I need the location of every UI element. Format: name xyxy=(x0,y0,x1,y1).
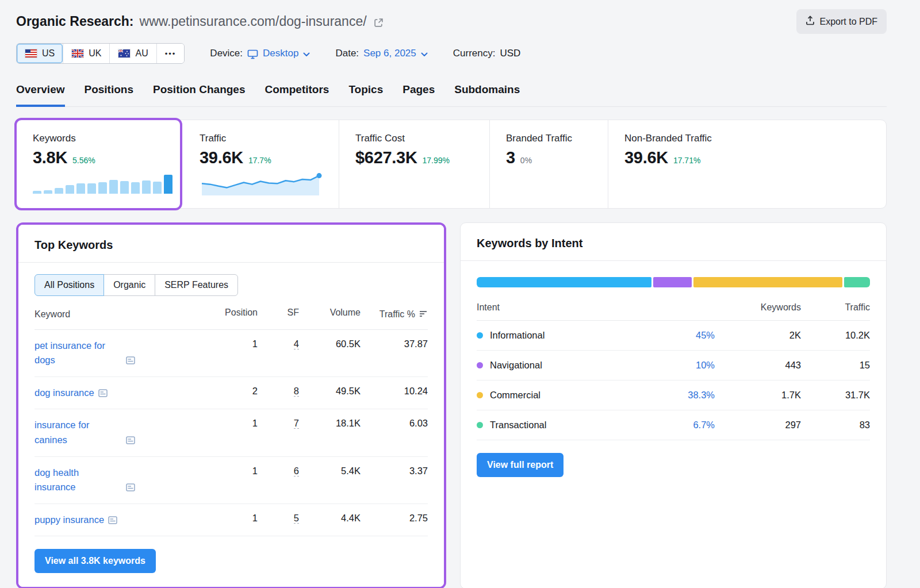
tab-overview[interactable]: Overview xyxy=(16,83,65,107)
export-to-pdf-button[interactable]: Export to PDF xyxy=(796,9,887,34)
volume-value: 4.4K xyxy=(306,513,361,524)
external-link-icon[interactable] xyxy=(374,18,384,28)
intent-share-link[interactable]: 10% xyxy=(696,360,715,370)
sf-value[interactable]: 5 xyxy=(294,513,299,524)
view-all-keywords-button[interactable]: View all 3.8K keywords xyxy=(34,549,156,573)
filter-tab-all-positions[interactable]: All Positions xyxy=(34,274,104,296)
tab-pages[interactable]: Pages xyxy=(402,83,435,107)
view-full-report-button[interactable]: View full report xyxy=(477,453,564,477)
intent-row: Navigational 10% 443 15 xyxy=(477,351,870,381)
traffic-cost-value: $627.3K xyxy=(355,148,417,167)
intent-label: Informational xyxy=(490,330,545,341)
serp-snippet-icon xyxy=(126,356,135,364)
metric-traffic-cost: Traffic Cost $627.3K 17.99% xyxy=(339,120,489,208)
serp-snippet-icon xyxy=(126,436,135,444)
report-tabs: Overview Positions Position Changes Comp… xyxy=(16,83,887,107)
keywords-trend-chart xyxy=(33,173,178,194)
keywords-value: 3.8K xyxy=(33,148,67,167)
traffic-pct-value: 2.75 xyxy=(367,513,428,524)
column-header-keywords: Keywords xyxy=(715,302,801,313)
intent-segment-informational xyxy=(477,277,651,287)
intent-segment-transactional xyxy=(844,277,870,287)
branded-traffic-value: 3 xyxy=(506,148,515,167)
traffic-pct-value: 3.37 xyxy=(367,466,428,476)
volume-value: 60.5K xyxy=(306,339,361,349)
volume-value: 18.1K xyxy=(306,418,361,429)
tab-competitors[interactable]: Competitors xyxy=(264,83,329,107)
sort-desc-icon xyxy=(419,309,428,320)
au-flag-icon xyxy=(118,49,131,58)
intent-label: Commercial xyxy=(490,390,540,401)
filter-tab-organic[interactable]: Organic xyxy=(103,274,155,296)
country-selector: US UK AU ••• xyxy=(16,43,185,64)
divider xyxy=(18,262,444,263)
top-keywords-title: Top Keywords xyxy=(34,239,428,252)
position-value: 1 xyxy=(212,466,258,476)
more-countries-button[interactable]: ••• xyxy=(156,44,185,63)
intent-share-link[interactable]: 6.7% xyxy=(693,420,715,430)
intent-row: Transactional 6.7% 297 83 xyxy=(477,410,870,440)
intent-row: Commercial 38.3% 1.7K 31.7K xyxy=(477,381,870,410)
volume-value: 5.4K xyxy=(306,466,361,476)
keywords-by-intent-card: Keywords by Intent Intent Keywords Traff… xyxy=(460,222,887,588)
column-header-intent: Intent xyxy=(477,302,651,313)
traffic-cost-change: 17.99% xyxy=(423,156,450,165)
sf-value[interactable]: 7 xyxy=(294,418,299,429)
serp-snippet-icon xyxy=(126,483,135,491)
intent-segment-commercial xyxy=(693,277,842,287)
us-flag-icon xyxy=(25,49,37,58)
tab-position-changes[interactable]: Position Changes xyxy=(153,83,245,107)
traffic-pct-value: 10.24 xyxy=(367,386,428,397)
intent-row: Informational 45% 2K 10.2K xyxy=(477,321,870,351)
intent-dot-informational xyxy=(477,332,483,339)
metric-branded-traffic: Branded Traffic 3 0% xyxy=(489,120,608,208)
keyword-link[interactable]: puppy insurance xyxy=(34,513,104,528)
intent-table-header: Intent Keywords Traffic xyxy=(477,302,870,321)
divider xyxy=(461,260,886,261)
intent-traffic-value: 31.7K xyxy=(801,390,870,401)
intent-segment-navigational xyxy=(653,277,692,287)
traffic-trend-chart xyxy=(200,170,333,198)
country-tab-us[interactable]: US xyxy=(17,44,63,63)
sf-value[interactable]: 8 xyxy=(294,386,299,397)
intent-keywords-value: 443 xyxy=(715,360,801,371)
keyword-link[interactable]: dog health insurance xyxy=(34,466,122,495)
tab-subdomains[interactable]: Subdomains xyxy=(454,83,520,107)
column-header-position: Position xyxy=(212,308,258,322)
organic-research-page: Organic Research: www.petinsurance.com/d… xyxy=(0,0,920,588)
chevron-down-icon xyxy=(303,52,310,57)
serp-snippet-icon xyxy=(108,516,117,524)
position-value: 1 xyxy=(212,339,258,349)
branded-traffic-change: 0% xyxy=(520,156,532,165)
monitor-icon xyxy=(247,49,258,59)
tab-positions[interactable]: Positions xyxy=(85,83,134,107)
intent-share-link[interactable]: 45% xyxy=(696,330,715,340)
serp-snippet-icon xyxy=(98,389,108,397)
traffic-value: 39.6K xyxy=(200,148,243,167)
intent-dot-transactional xyxy=(477,422,483,428)
keyword-link[interactable]: dog insurance xyxy=(34,386,94,401)
non-branded-traffic-change: 17.71% xyxy=(673,156,700,165)
intent-keywords-value: 297 xyxy=(715,420,801,431)
tab-topics[interactable]: Topics xyxy=(348,83,383,107)
keyword-link[interactable]: insurance for canines xyxy=(34,418,122,447)
sf-value[interactable]: 6 xyxy=(294,466,299,476)
filter-tab-serp-features[interactable]: SERP Features xyxy=(155,274,238,296)
volume-value: 49.5K xyxy=(306,386,361,397)
position-value: 1 xyxy=(212,513,258,524)
date-filter[interactable]: Date: Sep 6, 2025 xyxy=(335,48,427,59)
traffic-pct-value: 6.03 xyxy=(367,418,428,429)
keywords-change: 5.56% xyxy=(72,156,95,165)
sf-value[interactable]: 4 xyxy=(294,339,299,349)
top-keywords-filter-tabs: All Positions Organic SERP Features xyxy=(34,274,238,296)
top-keywords-highlight-box: Top Keywords All Positions Organic SERP … xyxy=(16,222,446,588)
table-row: dog health insurance 1 6 5.4K 3.37 xyxy=(34,457,428,504)
keyword-link[interactable]: pet insurance for dogs xyxy=(34,339,122,368)
intent-share-link[interactable]: 38.3% xyxy=(688,390,715,400)
ellipsis-icon: ••• xyxy=(165,49,177,58)
column-header-traffic-sort[interactable]: Traffic % xyxy=(367,308,428,322)
column-header-volume: Volume xyxy=(306,308,361,322)
country-tab-au[interactable]: AU xyxy=(109,44,156,63)
country-tab-uk[interactable]: UK xyxy=(63,44,109,63)
device-filter[interactable]: Device: Desktop xyxy=(210,48,310,59)
